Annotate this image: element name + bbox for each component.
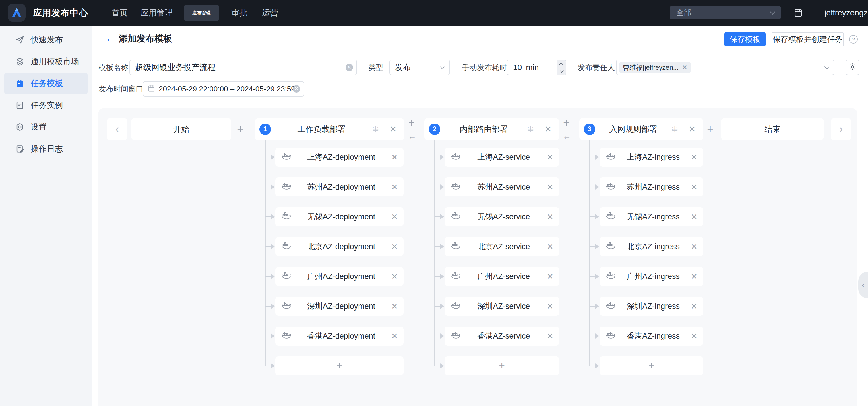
scroll-left-button[interactable]: ‹ <box>107 118 127 140</box>
stage-item-card[interactable]: 无锡AZ-deployment✕ <box>275 207 404 226</box>
stage-item-card[interactable]: 北京AZ-deployment✕ <box>275 237 404 256</box>
remove-item-icon[interactable]: ✕ <box>547 153 553 162</box>
template-name-input[interactable]: 超级网银业务投产流程 ✕ <box>129 60 357 75</box>
remove-item-icon[interactable]: ✕ <box>691 332 698 341</box>
remove-item-icon[interactable]: ✕ <box>547 272 553 281</box>
nav-app-management[interactable]: 应用管理 <box>141 0 173 26</box>
stage-item-card[interactable]: 苏州AZ-service✕ <box>445 177 559 196</box>
stage-item-card[interactable]: 香港AZ-ingress✕ <box>600 327 703 345</box>
remove-item-icon[interactable]: ✕ <box>391 182 398 192</box>
remove-item-icon[interactable]: ✕ <box>547 332 553 341</box>
remove-item-icon[interactable]: ✕ <box>391 153 398 162</box>
sidebar-item-operation-log[interactable]: 操作日志 <box>4 138 88 160</box>
current-user[interactable]: jeffreyzengz <box>825 0 867 26</box>
remove-item-icon[interactable]: ✕ <box>391 272 398 281</box>
type-select[interactable]: 发布 <box>389 60 450 75</box>
remove-tag-icon[interactable]: ✕ <box>682 64 687 71</box>
stage-card[interactable]: 3入网规则部署串✕ <box>579 118 703 140</box>
stage-item-card[interactable]: 上海AZ-ingress✕ <box>600 148 703 167</box>
stage-item-card[interactable]: 深圳AZ-service✕ <box>445 297 559 316</box>
nav-release-management[interactable]: 发布管理 <box>184 5 219 21</box>
add-stage-icon[interactable]: + <box>563 117 569 128</box>
add-stage-icon[interactable]: + <box>707 124 713 134</box>
remove-item-icon[interactable]: ✕ <box>547 212 553 222</box>
scroll-right-button[interactable]: › <box>831 118 851 140</box>
remove-item-icon[interactable]: ✕ <box>547 182 553 192</box>
stage-item-label: 苏州AZ-deployment <box>291 182 391 192</box>
scope-filter-select[interactable]: 全部 <box>670 6 781 20</box>
calendar-icon[interactable] <box>794 8 803 19</box>
stage-item-label: 香港AZ-service <box>461 331 547 341</box>
form-row-2: 发布时间窗口 2024-05-29 22:00:00 – 2024-05-29 … <box>92 81 868 97</box>
remove-stage-icon[interactable]: ✕ <box>545 124 552 134</box>
stage-item-card[interactable]: 苏州AZ-deployment✕ <box>275 177 404 196</box>
move-stage-left-icon[interactable]: ← <box>408 132 416 140</box>
remove-item-icon[interactable]: ✕ <box>547 302 553 311</box>
nav-home[interactable]: 首页 <box>112 0 128 26</box>
remove-item-icon[interactable]: ✕ <box>391 242 398 251</box>
serial-mode-indicator[interactable]: 串 <box>527 125 534 134</box>
add-item-button[interactable]: + <box>275 357 404 375</box>
remove-item-icon[interactable]: ✕ <box>691 212 698 222</box>
save-template-button[interactable]: 保存模板 <box>724 32 766 46</box>
remove-item-icon[interactable]: ✕ <box>691 153 698 162</box>
stage-card[interactable]: 2内部路由部署串✕ <box>424 118 559 140</box>
stepper-up-icon[interactable] <box>557 60 566 67</box>
remove-stage-icon[interactable]: ✕ <box>689 124 696 134</box>
clear-icon[interactable]: ✕ <box>293 85 300 93</box>
sidebar-item-template-market[interactable]: 通用模板市场 <box>4 51 88 72</box>
serial-mode-indicator[interactable]: 串 <box>372 125 379 134</box>
stage-item-card[interactable]: 广州AZ-ingress✕ <box>600 267 703 286</box>
add-item-button[interactable]: + <box>445 357 559 375</box>
release-owner-select[interactable]: 曾维福[jeffreyzen... ✕ <box>616 60 834 75</box>
release-window-input[interactable]: 2024-05-29 22:00:00 – 2024-05-29 23:59:5… <box>143 81 304 97</box>
stage-item-card[interactable]: 无锡AZ-ingress✕ <box>600 207 703 226</box>
sidebar-item-task-templates[interactable]: 任务模板 <box>4 72 88 94</box>
plus-icon: + <box>648 360 654 372</box>
remove-item-icon[interactable]: ✕ <box>691 302 698 311</box>
remove-item-icon[interactable]: ✕ <box>391 302 398 311</box>
stage-item-card[interactable]: 深圳AZ-ingress✕ <box>600 297 703 316</box>
sidebar-item-quick-release[interactable]: 快速发布 <box>4 29 88 51</box>
serial-mode-indicator[interactable]: 串 <box>671 125 678 134</box>
sidebar-item-task-instances[interactable]: 任务实例 <box>4 94 88 116</box>
stage-card[interactable]: 1工作负载部署串✕ <box>255 118 404 140</box>
stage-item-card[interactable]: 广州AZ-service✕ <box>445 267 559 286</box>
sidebar-item-settings[interactable]: 设置 <box>4 116 88 138</box>
help-icon[interactable]: ? <box>849 35 858 43</box>
stage-item-card[interactable]: 广州AZ-deployment✕ <box>275 267 404 286</box>
stage-item-card[interactable]: 香港AZ-service✕ <box>445 327 559 345</box>
remove-stage-icon[interactable]: ✕ <box>390 124 397 134</box>
manual-duration-input[interactable]: 10 min <box>507 60 566 75</box>
move-stage-left-icon[interactable]: ← <box>563 132 571 140</box>
drawer-expand-handle[interactable]: ‹ <box>858 272 868 299</box>
stage-item-card[interactable]: 上海AZ-service✕ <box>445 148 559 167</box>
add-item-button[interactable]: + <box>600 357 703 375</box>
remove-item-icon[interactable]: ✕ <box>391 332 398 341</box>
stage-item-card[interactable]: 苏州AZ-ingress✕ <box>600 177 703 196</box>
stage-item-card[interactable]: 香港AZ-deployment✕ <box>275 327 404 345</box>
clear-icon[interactable]: ✕ <box>346 64 353 71</box>
stage-item-label: 广州AZ-service <box>461 271 547 281</box>
stepper-down-icon[interactable] <box>557 67 566 74</box>
app-logo-icon[interactable] <box>8 4 26 22</box>
connector-arrow <box>435 246 440 247</box>
stage-item-card[interactable]: 上海AZ-deployment✕ <box>275 148 404 167</box>
remove-item-icon[interactable]: ✕ <box>691 272 698 281</box>
remove-item-icon[interactable]: ✕ <box>691 242 698 251</box>
remove-item-icon[interactable]: ✕ <box>691 182 698 192</box>
stage-item-card[interactable]: 北京AZ-service✕ <box>445 237 559 256</box>
back-arrow-icon[interactable]: ← <box>105 26 115 52</box>
add-stage-icon[interactable]: + <box>408 117 415 128</box>
nav-operations[interactable]: 运营 <box>262 0 278 26</box>
save-and-create-task-button[interactable]: 保存模板并创建任务 <box>772 32 844 46</box>
remove-item-icon[interactable]: ✕ <box>547 242 553 251</box>
owner-settings-button[interactable] <box>846 60 859 75</box>
stage-item-card[interactable]: 深圳AZ-deployment✕ <box>275 297 404 316</box>
stage-item-card[interactable]: 北京AZ-ingress✕ <box>600 237 703 256</box>
add-stage-icon[interactable]: + <box>237 124 243 134</box>
stage-item-card[interactable]: 无锡AZ-service✕ <box>445 207 559 226</box>
connector-arrow <box>590 336 595 336</box>
nav-approval[interactable]: 审批 <box>231 0 247 26</box>
remove-item-icon[interactable]: ✕ <box>391 212 398 222</box>
